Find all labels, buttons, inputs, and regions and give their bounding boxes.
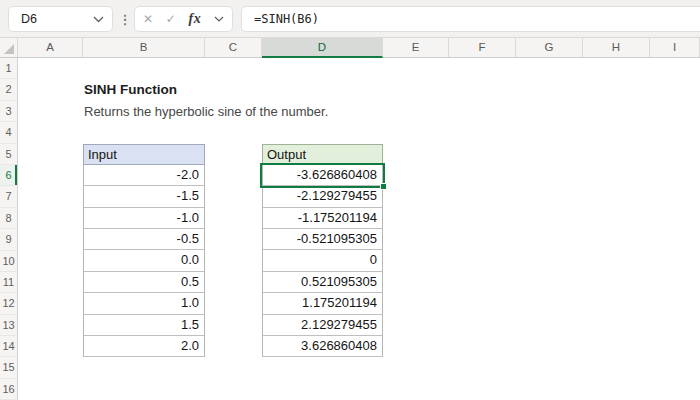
formula-actions: ✕ ✓ fx xyxy=(134,6,233,32)
col-header-b[interactable]: B xyxy=(83,38,205,57)
col-header-a[interactable]: A xyxy=(18,38,83,57)
row-header-11[interactable]: 11 xyxy=(0,272,17,293)
row-header-4[interactable]: 4 xyxy=(0,122,17,143)
input-cell[interactable]: -1.5 xyxy=(83,186,205,207)
input-cell[interactable]: -2.0 xyxy=(83,165,205,186)
output-header-cell[interactable]: Output xyxy=(262,144,383,165)
col-header-i[interactable]: I xyxy=(650,38,700,57)
row-header-8[interactable]: 8 xyxy=(0,208,17,229)
row-header-5[interactable]: 5 xyxy=(0,144,17,165)
sheet-title: SINH Function xyxy=(84,79,177,100)
row-headers: 1 2 3 4 5 6 7 8 9 10 11 12 13 14 15 16 xyxy=(0,58,18,400)
output-cell[interactable]: 0.521095305 xyxy=(262,272,383,293)
formula-input[interactable]: =SINH(B6) xyxy=(241,6,700,32)
input-cell[interactable]: -1.0 xyxy=(83,208,205,229)
row-header-16[interactable]: 16 xyxy=(0,379,17,400)
output-cell[interactable]: -0.521095305 xyxy=(262,229,383,250)
output-cell[interactable]: 2.129279455 xyxy=(262,315,383,336)
output-cell[interactable]: 1.175201194 xyxy=(262,293,383,314)
column-headers: A B C D E F G H I xyxy=(0,38,700,58)
row-header-3[interactable]: 3 xyxy=(0,101,17,122)
input-cell[interactable]: 0.5 xyxy=(83,272,205,293)
input-cell[interactable]: 0.0 xyxy=(83,250,205,271)
row-header-2[interactable]: 2 xyxy=(0,79,17,100)
row-header-15[interactable]: 15 xyxy=(0,357,17,378)
cancel-icon[interactable]: ✕ xyxy=(143,12,153,26)
row-header-7[interactable]: 7 xyxy=(0,186,17,207)
input-cell[interactable]: 1.5 xyxy=(83,315,205,336)
formula-bar: D6 ⋮ ✕ ✓ fx =SINH(B6) xyxy=(0,0,700,38)
col-header-e[interactable]: E xyxy=(383,38,449,57)
formula-bar-more-icon[interactable]: ⋮ xyxy=(118,0,132,38)
fill-handle[interactable] xyxy=(380,183,387,190)
row-header-14[interactable]: 14 xyxy=(0,336,17,357)
output-cell[interactable]: 0 xyxy=(262,250,383,271)
output-cell[interactable]: 3.626860408 xyxy=(262,336,383,357)
sheet-subtitle: Returns the hyperbolic sine of the numbe… xyxy=(84,101,328,122)
row-header-12[interactable]: 12 xyxy=(0,293,17,314)
insert-function-icon[interactable]: fx xyxy=(189,11,202,27)
input-header-cell[interactable]: Input xyxy=(83,144,205,165)
name-box-value: D6 xyxy=(21,12,37,26)
input-cell[interactable]: 1.0 xyxy=(83,293,205,314)
enter-icon[interactable]: ✓ xyxy=(166,12,176,26)
col-header-g[interactable]: G xyxy=(516,38,583,57)
output-cell[interactable]: -2.129279455 xyxy=(262,186,383,207)
input-cell[interactable]: -0.5 xyxy=(83,229,205,250)
chevron-down-icon[interactable] xyxy=(93,16,104,23)
row-header-13[interactable]: 13 xyxy=(0,315,17,336)
row-header-1[interactable]: 1 xyxy=(0,58,17,79)
corner-triangle-icon xyxy=(4,44,14,54)
select-all-corner[interactable] xyxy=(0,38,18,57)
row-header-10[interactable]: 10 xyxy=(0,251,17,272)
col-header-d[interactable]: D xyxy=(262,38,383,58)
input-cell[interactable]: 2.0 xyxy=(83,336,205,357)
input-table: Input -2.0 -1.5 -1.0 -0.5 0.0 0.5 1.0 1.… xyxy=(83,144,205,358)
row-header-6[interactable]: 6 xyxy=(0,165,17,186)
col-header-c[interactable]: C xyxy=(205,38,262,57)
name-box[interactable]: D6 xyxy=(8,6,113,32)
output-cell[interactable]: -1.175201194 xyxy=(262,208,383,229)
row-header-9[interactable]: 9 xyxy=(0,229,17,250)
chevron-down-icon[interactable] xyxy=(214,16,224,22)
active-cell-selection xyxy=(260,163,385,188)
col-header-f[interactable]: F xyxy=(449,38,516,57)
col-header-h[interactable]: H xyxy=(583,38,650,57)
